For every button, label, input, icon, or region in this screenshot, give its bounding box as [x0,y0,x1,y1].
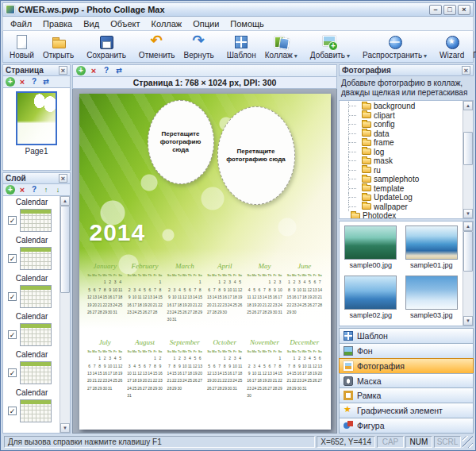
scroll-down-icon[interactable] [60,423,70,433]
menu-item[interactable]: Объект [105,18,145,29]
photos-scrollbar[interactable] [463,222,473,326]
photo-placeholder-2[interactable]: Перетащите фотографию сюда [217,106,295,205]
photo-thumbnail-cell[interactable]: sample03.jpg [402,276,462,319]
folder-item-samplephoto[interactable]: samplephoto [341,175,462,184]
layer-item[interactable]: Calendar [5,388,59,424]
toolbar-button-wizard[interactable]: Wizard [436,32,468,61]
toolbar-button-open-folder[interactable]: Открыть [39,32,78,61]
close-icon[interactable] [59,66,67,75]
folder-item-config[interactable]: config [341,120,462,129]
photo-thumbnail[interactable] [344,226,397,260]
move-layer-up-icon[interactable] [41,185,51,195]
close-icon[interactable] [59,174,67,183]
folder-item-template[interactable]: template [341,184,462,194]
menu-item[interactable]: Помощь [225,18,270,29]
folder-item-ru[interactable]: ru [341,166,462,175]
add-layer-icon[interactable] [6,185,15,195]
layer-item[interactable]: Calendar [5,312,59,348]
folder-item-mask[interactable]: mask [341,156,462,166]
layer-visibility-checkbox[interactable] [8,368,17,377]
menu-item[interactable]: Правка [37,18,78,29]
help-icon[interactable] [102,66,111,75]
reorder-pages-icon[interactable] [41,77,51,87]
toolbar-button-help[interactable]: Помощь [469,32,476,61]
scrollbar-thumb[interactable] [463,132,473,165]
layer-list-scrollbar[interactable] [60,196,70,433]
layer-thumbnail[interactable] [20,209,52,232]
menu-item[interactable]: Коллаж [146,18,188,29]
category-button-graphic[interactable]: Графический элемент [339,403,474,418]
close-icon[interactable] [462,66,470,75]
toolbar-button-new-document[interactable]: Новый [6,32,38,61]
close-button[interactable]: × [458,5,470,15]
photo-thumbnail[interactable] [344,276,397,310]
toolbar-button-template[interactable]: Шаблон [223,32,260,61]
layer-thumbnail[interactable] [20,323,52,346]
layer-visibility-checkbox[interactable] [8,407,17,415]
layer-visibility-checkbox[interactable] [8,292,17,301]
tree-scrollbar[interactable] [463,101,473,218]
photo-placeholder-1[interactable]: Перетащите фотографию сюда [148,100,214,184]
menu-item[interactable]: Опции [187,18,225,29]
layer-thumbnail[interactable] [20,247,52,270]
toolbar-button-distribute[interactable]: Распространить [359,32,431,61]
layer-item[interactable]: Calendar [5,236,59,272]
folder-item-root[interactable]: Photodex [341,211,462,219]
photo-thumbnail[interactable] [405,276,458,310]
add-page-icon[interactable] [6,77,15,87]
add-object-icon[interactable] [76,66,86,75]
toolbar-button-add[interactable]: Добавить [306,32,354,61]
scroll-up-icon[interactable] [463,222,473,231]
folder-item-background[interactable]: background [341,102,462,111]
layer-visibility-checkbox[interactable] [8,216,17,225]
category-button-background[interactable]: Фон [339,343,474,359]
maximize-button[interactable]: □ [443,5,456,15]
category-button-photo[interactable]: Фотография [339,358,474,374]
help-icon[interactable] [29,77,39,87]
toolbar-button-collage[interactable]: Коллаж [261,32,301,61]
scroll-down-icon[interactable] [463,209,473,218]
menu-item[interactable]: Файл [5,18,37,29]
layer-thumbnail[interactable] [20,285,52,308]
minimize-button[interactable]: – [429,5,442,15]
resize-grip[interactable] [463,436,473,448]
category-button-shape[interactable]: Фигура [339,418,474,434]
photo-thumbnail-cell[interactable]: sample01.jpg [402,226,462,269]
folder-item-log[interactable]: log [341,148,462,157]
scrollbar-thumb[interactable] [463,231,473,272]
folder-item-wallpaper[interactable]: wallpaper [341,202,462,212]
toolbar-button-redo[interactable]: Вернуть [180,32,218,61]
photo-thumbnail-cell[interactable]: sample00.jpg [341,226,401,269]
folder-item-data[interactable]: data [341,129,462,139]
scroll-up-icon[interactable] [60,196,70,206]
category-button-mask[interactable]: Маска [339,373,474,389]
toolbar-button-save[interactable]: Сохранить [83,32,130,61]
canvas-area[interactable]: Перетащите фотографию сюда Перетащите фо… [72,89,337,434]
page-thumbnail[interactable] [16,91,57,145]
collage-page[interactable]: Перетащите фотографию сюда Перетащите фо… [79,94,331,430]
category-button-frame[interactable]: Рамка [339,387,474,403]
scroll-down-icon[interactable] [463,316,473,326]
toolbar-button-undo[interactable]: Отменить [135,32,179,61]
move-layer-down-icon[interactable] [53,185,63,195]
category-button-template[interactable]: Шаблон [339,328,474,344]
refresh-icon[interactable] [114,66,124,75]
photo-thumbnail[interactable] [405,226,458,260]
layer-item[interactable]: Calendar [5,350,59,386]
delete-layer-icon[interactable] [17,185,27,195]
delete-page-icon[interactable] [17,77,27,87]
layer-thumbnail[interactable] [20,361,52,384]
folder-item-UpdateLog[interactable]: UpdateLog [341,193,462,202]
folder-item-frame[interactable]: frame [341,138,462,148]
help-icon[interactable] [29,185,39,195]
layer-item[interactable]: Calendar [5,274,59,310]
layer-visibility-checkbox[interactable] [8,330,17,339]
delete-object-icon[interactable] [89,66,98,75]
scroll-up-icon[interactable] [463,101,473,110]
layer-visibility-checkbox[interactable] [8,254,17,263]
layer-item[interactable]: Calendar [5,198,59,233]
layer-thumbnail[interactable] [20,399,52,422]
photo-thumbnail-cell[interactable]: sample02.jpg [341,276,401,319]
folder-item-clipart[interactable]: clipart [341,111,462,121]
menu-item[interactable]: Вид [78,18,105,29]
